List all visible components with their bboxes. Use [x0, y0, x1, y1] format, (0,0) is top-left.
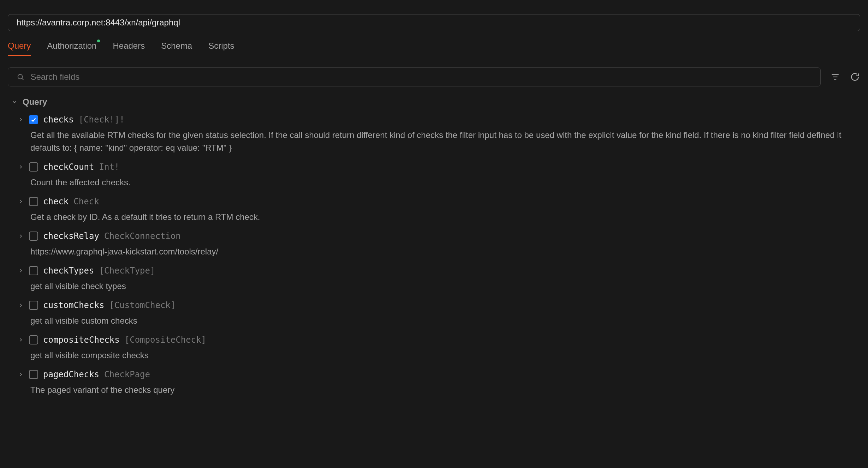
- field-checkbox[interactable]: [29, 232, 38, 241]
- svg-line-1: [22, 78, 23, 80]
- tab-headers[interactable]: Headers: [113, 41, 145, 56]
- tab-label: Schema: [161, 41, 192, 50]
- url-input[interactable]: [17, 18, 851, 28]
- field-name: check: [43, 197, 69, 206]
- field-type: CheckPage: [104, 370, 150, 379]
- status-dot-icon: [97, 40, 100, 42]
- chevron-right-icon[interactable]: [18, 372, 24, 377]
- field-description: get all visible custom checks: [30, 314, 860, 327]
- tab-query[interactable]: Query: [8, 41, 31, 56]
- chevron-right-icon[interactable]: [18, 268, 24, 274]
- toolbar: [0, 56, 868, 86]
- tab-scripts[interactable]: Scripts: [208, 41, 234, 56]
- search-input[interactable]: [30, 72, 813, 82]
- field-type: CheckConnection: [104, 231, 181, 241]
- chevron-down-icon: [11, 99, 18, 105]
- field-type: [CheckType]: [99, 266, 155, 276]
- field-checkbox[interactable]: [29, 335, 38, 344]
- field-checkbox[interactable]: [29, 197, 38, 206]
- tab-label: Query: [8, 41, 31, 50]
- chevron-right-icon[interactable]: [18, 164, 24, 170]
- tab-authorization[interactable]: Authorization: [47, 41, 96, 56]
- tabs: QueryAuthorizationHeadersSchemaScripts: [0, 31, 868, 56]
- field-name: checkCount: [43, 162, 94, 172]
- field-row[interactable]: customChecks[CustomCheck]: [18, 300, 860, 310]
- field-checkbox[interactable]: [29, 162, 38, 172]
- refresh-icon[interactable]: [850, 72, 860, 82]
- field-description: Get a check by ID. As a default it tries…: [30, 211, 860, 223]
- chevron-right-icon[interactable]: [18, 233, 24, 239]
- field-description: https://www.graphql-java-kickstart.com/t…: [30, 245, 860, 258]
- field-checkbox[interactable]: [29, 266, 38, 275]
- field-name: checks: [43, 115, 74, 125]
- field-name: pagedChecks: [43, 370, 99, 379]
- field-type: [Check!]!: [79, 115, 125, 125]
- field-name: customChecks: [43, 300, 104, 310]
- field-description: Get all the available RTM checks for the…: [30, 129, 860, 154]
- field-row[interactable]: checksRelayCheckConnection: [18, 231, 860, 241]
- search-field-wrap[interactable]: [8, 67, 821, 86]
- field-description: get all visible composite checks: [30, 349, 860, 362]
- field-description: get all visible check types: [30, 280, 860, 293]
- url-bar[interactable]: [8, 14, 860, 31]
- filter-icon[interactable]: [830, 72, 840, 82]
- field-checkbox[interactable]: [29, 301, 38, 310]
- field-type: [CompositeCheck]: [125, 335, 206, 345]
- field-description: The paged variant of the checks query: [30, 384, 860, 396]
- field-description: Count the affected checks.: [30, 176, 860, 189]
- field-row[interactable]: compositeChecks[CompositeCheck]: [18, 335, 860, 345]
- field-row[interactable]: pagedChecksCheckPage: [18, 370, 860, 379]
- schema-tree: Query checks[Check!]!Get all the availab…: [0, 86, 868, 396]
- field-type: [CustomCheck]: [109, 300, 176, 310]
- svg-point-0: [18, 74, 22, 79]
- chevron-right-icon[interactable]: [18, 337, 24, 343]
- field-name: checkTypes: [43, 266, 94, 276]
- root-type-row[interactable]: Query: [11, 97, 860, 107]
- field-row[interactable]: checkTypes[CheckType]: [18, 266, 860, 276]
- field-checkbox[interactable]: [29, 115, 38, 124]
- field-type: Check: [73, 197, 99, 206]
- field-row[interactable]: checkCheck: [18, 197, 860, 206]
- field-type: Int!: [99, 162, 120, 172]
- field-checkbox[interactable]: [29, 370, 38, 379]
- chevron-right-icon[interactable]: [18, 302, 24, 308]
- tab-label: Scripts: [208, 41, 234, 50]
- chevron-right-icon[interactable]: [18, 117, 24, 122]
- chevron-right-icon[interactable]: [18, 199, 24, 204]
- field-name: compositeChecks: [43, 335, 120, 345]
- tab-label: Authorization: [47, 41, 96, 50]
- search-icon: [15, 72, 25, 82]
- root-type-label: Query: [23, 97, 47, 107]
- tab-schema[interactable]: Schema: [161, 41, 192, 56]
- field-name: checksRelay: [43, 231, 99, 241]
- field-row[interactable]: checkCountInt!: [18, 162, 860, 172]
- tab-label: Headers: [113, 41, 145, 50]
- field-row[interactable]: checks[Check!]!: [18, 115, 860, 125]
